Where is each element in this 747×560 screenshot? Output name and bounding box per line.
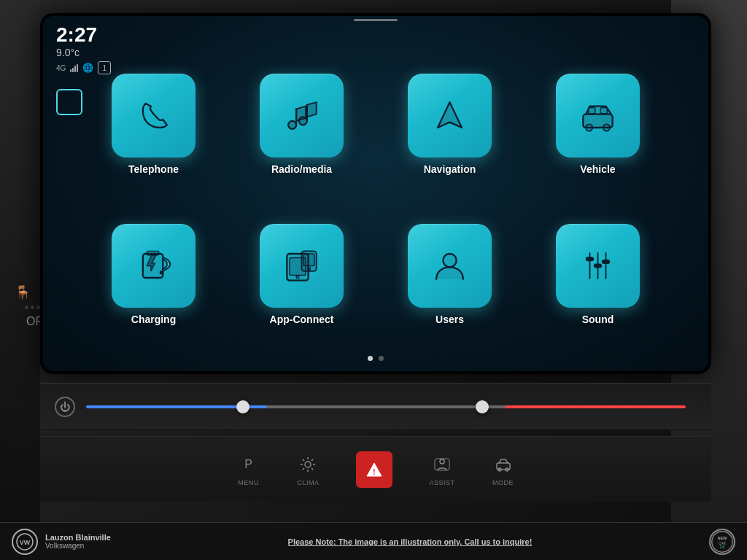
sound-item[interactable]: Sound	[531, 206, 665, 342]
newcar-badge: NEW CAR 2.0	[709, 529, 735, 555]
svg-line-30	[311, 468, 313, 470]
dealer-name: Lauzon Blainville	[45, 533, 111, 542]
signal-bar-2	[72, 68, 74, 72]
clima-label: CLIMA	[297, 479, 319, 486]
svg-rect-23	[603, 260, 609, 263]
hazard-button[interactable]: !	[356, 451, 392, 488]
radio-media-label: Radio/media	[271, 163, 332, 175]
mode-label: MODE	[492, 479, 514, 486]
svg-line-29	[303, 459, 304, 460]
footer-notice: Please Note: The image is an illustratio…	[288, 537, 533, 546]
mode-icon	[492, 453, 515, 476]
charging-item[interactable]: Charging	[87, 206, 220, 342]
vehicle-label: Vehicle	[580, 163, 615, 175]
left-widget[interactable]	[56, 89, 82, 115]
svg-text:!: !	[374, 468, 376, 476]
time-display: 2:27	[56, 25, 111, 45]
users-label: Users	[436, 314, 464, 325]
music-icon	[282, 96, 322, 136]
vehicle-item[interactable]: Vehicle	[531, 56, 665, 192]
signal-bar-4	[77, 64, 78, 72]
equalizer-icon	[578, 246, 618, 286]
telephone-label: Telephone	[128, 163, 179, 175]
mode-button[interactable]: MODE	[492, 453, 515, 486]
menu-icon: P	[236, 453, 260, 476]
widget-square[interactable]	[56, 89, 82, 115]
car-interior: 🪑 🪑 OFF 2:27 9.0°c 4G	[0, 0, 747, 560]
svg-point-24	[305, 462, 311, 467]
navigation-label: Navigation	[424, 163, 476, 175]
svg-text:CAR: CAR	[719, 541, 725, 545]
menu-button[interactable]: P MENU	[236, 453, 260, 486]
users-icon	[430, 246, 470, 286]
navigation-button[interactable]	[408, 74, 492, 158]
svg-rect-4	[589, 107, 595, 113]
footer-notice-prefix: Please Note:	[288, 537, 338, 546]
seat-left-icon: 🪑	[15, 284, 31, 300]
telephone-item[interactable]: Telephone	[87, 56, 220, 192]
signal-bar-3	[74, 66, 76, 72]
svg-point-35	[440, 459, 444, 464]
svg-rect-21	[587, 257, 593, 260]
svg-line-32	[311, 459, 313, 460]
navigation-icon	[430, 96, 470, 136]
scroll-indicator	[354, 19, 398, 21]
telephone-button[interactable]	[112, 74, 196, 158]
temp-slider[interactable]	[86, 405, 686, 408]
scroll-indicator-bar	[43, 16, 708, 20]
climate-slider-section	[86, 405, 686, 408]
svg-point-10	[160, 270, 164, 274]
app-connect-icon	[282, 246, 322, 286]
temp-slider-knob-left[interactable]	[236, 400, 249, 413]
svg-text:VW: VW	[20, 539, 31, 546]
svg-point-7	[603, 124, 610, 131]
clima-button[interactable]: CLIMA	[296, 453, 320, 486]
signal-4g: 4G	[56, 64, 66, 72]
charging-button[interactable]	[112, 224, 196, 308]
sound-button[interactable]	[556, 224, 640, 308]
signal-bar-1	[70, 69, 71, 72]
icon-grid: Telephone Radio/media	[87, 56, 665, 342]
page-dot-2[interactable]	[379, 356, 384, 361]
infotainment-screen: 2:27 9.0°c 4G 🌐 1	[43, 16, 708, 371]
page-dot-1[interactable]	[368, 356, 373, 361]
car-icon	[578, 96, 618, 136]
footer-bar: VW Lauzon Blainville Volkswagen Please N…	[0, 522, 747, 560]
screen-bezel: 2:27 9.0°c 4G 🌐 1	[40, 13, 711, 374]
temp-slider-knob-right[interactable]	[476, 400, 489, 413]
vw-logo: VW	[12, 529, 38, 555]
dealer-info: Lauzon Blainville Volkswagen	[45, 533, 111, 550]
sound-label: Sound	[582, 314, 614, 325]
svg-rect-9	[147, 251, 159, 255]
signal-bars	[70, 63, 78, 72]
svg-rect-22	[595, 264, 601, 267]
footer-notice-text: The image is an illustration only. Call …	[338, 537, 533, 546]
svg-rect-5	[600, 107, 607, 113]
app-connect-label: App-Connect	[270, 314, 334, 325]
charging-icon	[133, 246, 174, 286]
svg-point-1	[299, 117, 307, 125]
charging-label: Charging	[131, 314, 176, 325]
phone-icon	[133, 96, 174, 136]
dealer-sub: Volkswagen	[45, 542, 111, 550]
navigation-item[interactable]: Navigation	[383, 56, 516, 192]
radio-media-item[interactable]: Radio/media	[235, 56, 368, 192]
svg-point-6	[586, 124, 592, 131]
app-connect-button[interactable]	[260, 224, 344, 308]
menu-label: MENU	[238, 479, 259, 486]
svg-text:NEW: NEW	[718, 536, 727, 540]
assist-button[interactable]: ASSIST	[429, 453, 454, 486]
vehicle-button[interactable]	[556, 74, 640, 158]
assist-icon	[430, 453, 454, 476]
users-item[interactable]: Users	[383, 206, 516, 342]
interior-left	[0, 0, 40, 560]
radio-media-button[interactable]	[260, 74, 344, 158]
climate-power-button[interactable]: ⏻	[55, 397, 75, 417]
bottom-buttons: P MENU CLIMA	[40, 436, 711, 502]
users-button[interactable]	[408, 224, 492, 308]
clima-icon	[296, 453, 320, 476]
app-connect-item[interactable]: App-Connect	[235, 206, 368, 342]
footer-logo-section: VW Lauzon Blainville Volkswagen	[12, 529, 111, 555]
svg-text:2.0: 2.0	[720, 545, 725, 548]
svg-line-31	[303, 468, 304, 470]
